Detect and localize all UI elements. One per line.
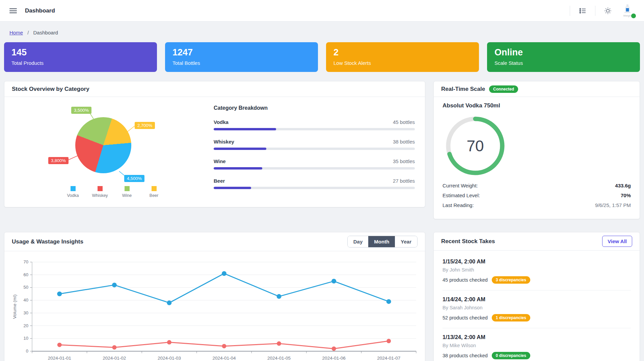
svg-text:50: 50 <box>24 285 28 290</box>
breadcrumb-separator: / <box>27 30 29 35</box>
stat-value: 2 <box>333 48 472 58</box>
progress-bar <box>214 128 415 130</box>
legend-swatch <box>71 186 76 191</box>
category-breakdown: Category Breakdown Vodka 45 bottles Whis… <box>202 101 415 202</box>
scale-product-name: Absolut Vodka 750ml <box>442 102 631 109</box>
panel-title: Usage & Wastage Insights <box>12 238 83 245</box>
svg-text:2024-01-03: 2024-01-03 <box>158 356 181 361</box>
svg-text:70: 70 <box>24 259 28 264</box>
usage-line-chart[interactable]: 0102030405060702024-01-012024-01-022024-… <box>10 258 419 361</box>
estimated-level-value: 70% <box>621 192 631 198</box>
discrepancies-badge: 0 discrepancies <box>492 352 530 359</box>
stat-value: 1247 <box>172 48 311 58</box>
view-all-button[interactable]: View All <box>602 236 632 247</box>
svg-text:10: 10 <box>24 336 28 341</box>
panel-title: Recent Stock Takes <box>441 238 495 245</box>
svg-text:2024-01-06: 2024-01-06 <box>322 356 346 361</box>
breakdown-row: Wine 35 bottles <box>214 158 415 170</box>
connected-badge: Connected <box>489 85 518 93</box>
scale-info-row: Estimated Level: 70% <box>442 192 631 198</box>
pie-slice-label: 4,500% <box>124 175 144 182</box>
panel-title: Real-Time Scale <box>441 86 485 93</box>
legend-item-beer[interactable]: Beer <box>145 186 163 198</box>
progress-bar <box>214 148 415 150</box>
legend-item-vodka[interactable]: Vodka <box>64 186 82 198</box>
current-weight-value: 433.6g <box>615 183 631 188</box>
online-status-dot <box>631 14 636 18</box>
bottle-scale-icon <box>623 9 632 15</box>
sun-icon[interactable] <box>603 6 612 15</box>
svg-text:60: 60 <box>24 272 28 277</box>
legend-item-whiskey[interactable]: Whiskey <box>91 186 109 198</box>
legend-item-wine[interactable]: Wine <box>118 186 136 198</box>
main-grid: Stock Overview by Category 4,500% 3,800%… <box>4 81 640 361</box>
breadcrumb: Home / Dashboard <box>0 22 644 35</box>
svg-text:2024-01-07: 2024-01-07 <box>377 356 400 361</box>
stat-value: Online <box>494 48 633 58</box>
stat-card-low-stock-alerts: 2 Low Stock Alerts <box>326 42 479 72</box>
svg-text:2024-01-05: 2024-01-05 <box>267 356 291 361</box>
app-header: Dashboard <box>0 0 644 22</box>
legend-swatch <box>125 186 130 191</box>
breadcrumb-home-link[interactable]: Home <box>9 30 23 35</box>
pie-legend: Vodka Whiskey Wine Beer <box>64 186 163 198</box>
discrepancies-badge: 1 discrepancies <box>492 314 530 321</box>
svg-text:30: 30 <box>24 310 28 315</box>
gauge-value: 70 <box>443 114 507 178</box>
last-reading-value: 9/6/25, 1:57 PM <box>595 202 631 208</box>
stat-card-total-bottles: 1247 Total Bottles <box>165 42 318 72</box>
realtime-scale-panel: Real-Time Scale Connected Absolut Vodka … <box>433 81 640 219</box>
header-divider <box>595 6 595 16</box>
level-gauge: 70 <box>443 114 507 178</box>
category-pie-chart[interactable]: 4,500% 3,800% 3,500% 2,700% Vodka Whiske… <box>14 101 202 202</box>
legend-swatch <box>98 186 103 191</box>
panel-title: Stock Overview by Category <box>12 86 89 93</box>
page-title: Dashboard <box>25 7 55 14</box>
svg-text:20: 20 <box>24 323 28 328</box>
breakdown-row: Whiskey 38 bottles <box>214 139 415 150</box>
range-toggle-group: Day Month Year <box>347 236 418 248</box>
stat-card-scale-status: Online Scale Status <box>487 42 640 72</box>
svg-text:40: 40 <box>24 298 28 303</box>
stock-take-item: 1/15/24, 2:00 AM By John Smith 45 produc… <box>442 253 631 290</box>
range-toggle-month[interactable]: Month <box>368 236 395 247</box>
breadcrumb-current: Dashboard <box>33 30 58 35</box>
svg-text:2024-01-01: 2024-01-01 <box>48 356 71 361</box>
stock-take-item: 1/14/24, 2:00 AM By Sarah Johnson 52 pro… <box>442 290 631 328</box>
stat-value: 145 <box>11 48 150 58</box>
stat-label: Total Bottles <box>172 60 311 66</box>
progress-bar <box>214 187 415 189</box>
breakdown-row: Vodka 45 bottles <box>214 119 415 130</box>
usage-wastage-panel: Usage & Wastage Insights Day Month Year … <box>4 232 425 361</box>
header-divider <box>570 6 570 16</box>
recent-stock-takes-panel: Recent Stock Takes View All 1/15/24, 2:0… <box>433 232 640 361</box>
range-toggle-day[interactable]: Day <box>348 236 369 247</box>
dashboard-page: Dashboard <box>0 0 644 361</box>
list-icon[interactable] <box>578 6 587 15</box>
pie-slice-label: 2,700% <box>135 122 155 129</box>
stat-card-total-products: 145 Total Products <box>4 42 157 72</box>
svg-text:2024-01-02: 2024-01-02 <box>103 356 126 361</box>
stock-take-item: 1/13/24, 2:00 AM By Mike Wilson 38 produ… <box>442 328 631 361</box>
stat-label: Total Products <box>11 60 150 66</box>
svg-text:0: 0 <box>26 349 28 354</box>
menu-toggle-icon[interactable] <box>9 8 17 13</box>
range-toggle-year[interactable]: Year <box>395 236 417 247</box>
progress-bar <box>214 167 415 170</box>
legend-swatch <box>152 186 157 191</box>
scale-status-widget[interactable]: Weight <box>620 4 635 17</box>
stat-cards-row: 145 Total Products 1247 Total Bottles 2 … <box>4 42 640 72</box>
breakdown-row: Beer 27 bottles <box>214 178 415 189</box>
discrepancies-badge: 3 discrepancies <box>492 276 530 284</box>
breakdown-title: Category Breakdown <box>214 105 415 111</box>
stat-label: Low Stock Alerts <box>333 60 472 66</box>
pie-slice-label: 3,800% <box>48 157 69 164</box>
stat-label: Scale Status <box>494 60 633 66</box>
scale-info-row: Last Reading: 9/6/25, 1:57 PM <box>442 202 631 208</box>
svg-text:Volume (ml): Volume (ml) <box>12 294 17 319</box>
svg-text:2024-01-04: 2024-01-04 <box>212 356 236 361</box>
stock-overview-panel: Stock Overview by Category 4,500% 3,800%… <box>4 81 425 207</box>
scale-info-row: Current Weight: 433.6g <box>442 183 631 188</box>
pie-slice-label: 3,500% <box>71 107 91 114</box>
